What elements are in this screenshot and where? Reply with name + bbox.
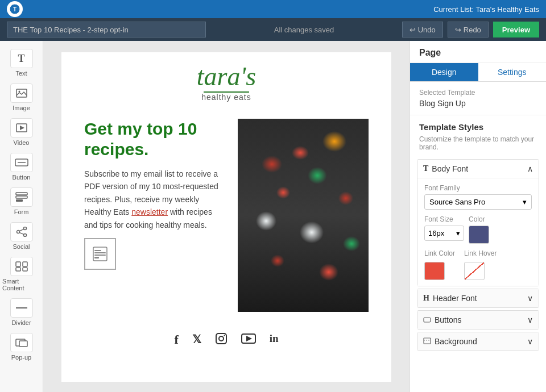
page-body: Subscribe to my email list to receive a … (84, 168, 226, 231)
page-food-image (238, 119, 369, 312)
header-font-accordion-header[interactable]: H Header Font ∨ (417, 289, 539, 307)
sidebar-item-image[interactable]: Image (0, 80, 43, 115)
panel-title: Page (410, 41, 546, 63)
svg-marker-5 (20, 126, 24, 130)
body-font-accordion-header[interactable]: T Body Font ∧ (417, 160, 539, 178)
font-size-chevron-icon: ▾ (456, 229, 460, 237)
food-image-bg (238, 119, 369, 312)
svg-line-14 (19, 229, 24, 231)
sidebar-item-popup[interactable]: Pop-up (0, 330, 43, 364)
body-font-chevron-up-icon: ∧ (527, 164, 533, 173)
font-family-select[interactable]: Source Sans Pro ▾ (424, 194, 532, 210)
font-family-chevron-icon: ▾ (523, 198, 527, 206)
redo-button[interactable]: ↪ Redo (448, 22, 489, 37)
instagram-icon[interactable] (215, 332, 228, 348)
link-color-swatch[interactable] (424, 262, 445, 280)
youtube-icon[interactable] (241, 332, 256, 348)
linkedin-icon[interactable]: in (270, 332, 279, 348)
page-text-block: Get my top 10 recipes. Subscribe to my e… (84, 119, 226, 270)
buttons-label: Buttons (435, 315, 461, 324)
header-font-label: Header Font (433, 294, 477, 303)
page-name-input[interactable] (7, 22, 206, 37)
svg-rect-22 (19, 341, 27, 347)
sidebar-item-form[interactable]: Form (0, 184, 43, 219)
font-family-value: Source Sans Pro (429, 198, 485, 206)
text-element-icon: T (10, 49, 33, 68)
color-label: Color (469, 215, 489, 223)
background-chevron-down-icon: ∨ (527, 337, 533, 346)
font-size-select[interactable]: 16px ▾ (424, 226, 464, 241)
page-logo: tara's healthy eats (61, 52, 391, 107)
social-bar: f 𝕏 in (61, 323, 391, 357)
svg-point-13 (23, 234, 26, 237)
link-hover-label: Link Hover (464, 249, 497, 257)
svg-rect-34 (424, 338, 431, 344)
facebook-icon[interactable]: f (174, 332, 178, 348)
preview-button[interactable]: Preview (493, 22, 539, 37)
top-bar: T Current List: Tara's Healthy Eats (0, 0, 546, 18)
body-font-accordion-body: Font Family Source Sans Pro ▾ Font Size … (417, 178, 539, 286)
header-font-accordion: H Header Font ∨ (417, 289, 539, 308)
link-color-group: Link Color (424, 249, 455, 280)
undo-icon: ↩ (410, 26, 416, 34)
right-panel: Page Design Settings Selected Template B… (410, 41, 546, 392)
svg-rect-28 (216, 333, 226, 344)
svg-rect-18 (16, 268, 20, 271)
sidebar-item-text[interactable]: T Text (0, 45, 43, 80)
toolbar: All changes saved ↩ Undo ↪ Redo Preview (0, 18, 546, 41)
divider-element-icon (10, 298, 33, 318)
link-hover-swatch[interactable] (464, 262, 485, 280)
tab-settings[interactable]: Settings (478, 63, 547, 81)
svg-point-29 (219, 336, 224, 341)
svg-point-12 (23, 227, 26, 230)
panel-tabs: Design Settings (410, 63, 546, 82)
logo-sub-text: healthy eats (61, 93, 391, 102)
svg-line-15 (19, 232, 24, 234)
buttons-accordion: Buttons ∨ (417, 310, 539, 330)
svg-marker-32 (246, 336, 252, 341)
sidebar-item-divider[interactable]: Divider (0, 295, 43, 330)
svg-rect-26 (94, 255, 106, 256)
page-content-row: Get my top 10 recipes. Subscribe to my e… (61, 107, 391, 323)
template-styles-title: Template Styles (410, 115, 546, 135)
svg-rect-8 (16, 193, 27, 195)
newsletter-link[interactable]: newsletter (131, 207, 168, 216)
color-group: Color (469, 215, 489, 244)
main-layout: T Text Image Video Button Form (0, 41, 546, 392)
buttons-accordion-header[interactable]: Buttons ∨ (417, 311, 539, 329)
font-family-label: Font Family (424, 184, 532, 192)
selected-template-value: Blog Sign Up (419, 99, 537, 108)
svg-rect-19 (23, 268, 27, 271)
page-headline: Get my top 10 recipes. (84, 119, 226, 160)
body-font-accordion: T Body Font ∧ Font Family Source Sans Pr… (417, 159, 539, 286)
font-size-value: 16px (428, 229, 444, 237)
sidebar-item-button[interactable]: Button (0, 149, 43, 184)
font-size-label: Font Size (424, 215, 464, 223)
body-font-label: Body Font (432, 164, 468, 173)
font-size-color-row: Font Size 16px ▾ Color (424, 215, 532, 244)
svg-rect-16 (16, 262, 20, 266)
svg-rect-9 (16, 196, 27, 198)
form-placeholder-icon[interactable] (84, 238, 226, 270)
body-font-type-icon: T (423, 164, 428, 173)
undo-button[interactable]: ↩ Undo (402, 22, 443, 37)
header-font-type-icon: H (423, 294, 429, 303)
sidebar-item-video[interactable]: Video (0, 115, 43, 149)
svg-point-30 (224, 335, 225, 336)
link-colors-row: Link Color Link Hover (424, 249, 532, 280)
background-accordion-header[interactable]: Background ∨ (417, 332, 539, 351)
image-element-icon (10, 84, 33, 103)
tab-design[interactable]: Design (410, 63, 478, 81)
font-size-group: Font Size 16px ▾ (424, 215, 464, 244)
template-styles-desc: Customize the template to match your bra… (410, 135, 546, 157)
background-icon (423, 337, 431, 346)
color-swatch[interactable] (469, 226, 489, 244)
form-icon[interactable] (84, 238, 116, 270)
sidebar-item-smart-content[interactable]: Smart Content (0, 253, 43, 295)
twitter-icon[interactable]: 𝕏 (192, 332, 201, 348)
sidebar-item-social[interactable]: Social (0, 219, 43, 253)
svg-rect-33 (424, 318, 431, 322)
link-hover-group: Link Hover (464, 249, 497, 280)
button-element-icon (10, 153, 33, 172)
svg-rect-23 (93, 247, 107, 261)
